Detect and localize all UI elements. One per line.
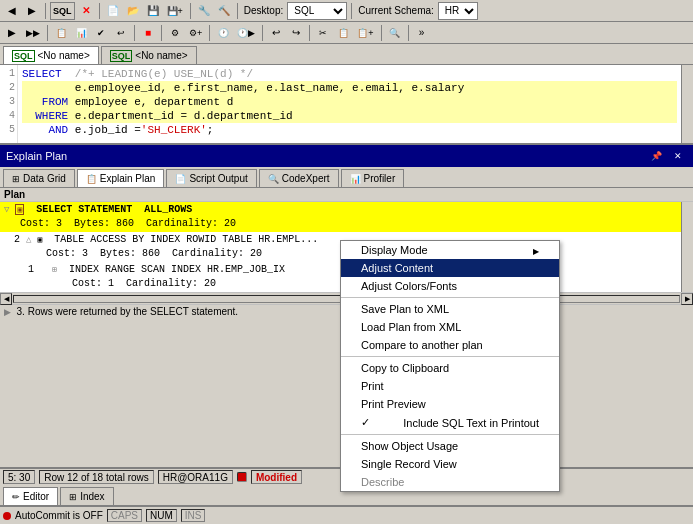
sql-tab-2[interactable]: SQL <No name> xyxy=(101,46,197,64)
explain-plan-label: Explain Plan xyxy=(100,173,156,184)
tb-paste[interactable]: 📋+ xyxy=(354,24,376,42)
context-menu: Display Mode Adjust Content Adjust Color… xyxy=(340,240,560,492)
ctx-show-object-label: Show Object Usage xyxy=(361,440,458,452)
tb-misc2[interactable]: 🔨 xyxy=(215,2,233,20)
plan-row-2-text: TABLE ACCESS BY INDEX ROWID TABLE HR.EMP… xyxy=(54,234,318,245)
ctx-copy-clipboard-label: Copy to Clipboard xyxy=(361,362,449,374)
sql-line-1: SELECT /*+ LEADING(e) USE_NL(d) */ xyxy=(22,67,677,81)
codexpert-icon: 🔍 xyxy=(268,174,279,184)
line-numbers: 1 2 3 4 5 xyxy=(0,65,18,143)
tb-format[interactable]: ⚙ xyxy=(166,24,184,42)
index-tab-icon: ⊞ xyxy=(69,492,77,502)
ctx-describe: Describe xyxy=(341,473,559,491)
tb-open[interactable]: 📂 xyxy=(124,2,142,20)
sep1 xyxy=(45,3,46,19)
desktop-combo[interactable]: SQL xyxy=(287,2,347,20)
tb-rollback[interactable]: ↩ xyxy=(112,24,130,42)
bottom-tab-index[interactable]: ⊞ Index xyxy=(60,487,113,505)
tb-cut[interactable]: ✂ xyxy=(314,24,332,42)
sql-tab-2-label: <No name> xyxy=(135,50,187,61)
tab-script-output[interactable]: 📄 Script Output xyxy=(166,169,256,187)
tb-misc1[interactable]: 🔧 xyxy=(195,2,213,20)
explain-pin-btn[interactable]: 📌 xyxy=(647,147,665,165)
ctx-adjust-colors[interactable]: Adjust Colors/Fonts xyxy=(341,277,559,295)
tb-save-all[interactable]: 💾+ xyxy=(164,2,186,20)
ctx-print[interactable]: Print xyxy=(341,377,559,395)
tb-commit[interactable]: ✔ xyxy=(92,24,110,42)
sep8 xyxy=(161,25,162,41)
ctx-show-object[interactable]: Show Object Usage xyxy=(341,437,559,455)
db-schema: HR@ORA11G xyxy=(158,470,233,484)
scroll-right-btn[interactable]: ▶ xyxy=(681,293,693,305)
ctx-load-plan[interactable]: Load Plan from XML xyxy=(341,318,559,336)
sql-content-area[interactable]: SELECT /*+ LEADING(e) USE_NL(d) */ e.emp… xyxy=(18,65,681,143)
profiler-icon: 📊 xyxy=(350,174,361,184)
expand-icon-2[interactable]: △ xyxy=(26,235,31,245)
row2-num: 2 xyxy=(14,234,20,245)
tab-explain-plan[interactable]: 📋 Explain Plan xyxy=(77,169,165,187)
schema-combo[interactable]: HR xyxy=(438,2,478,20)
autocommit-dot xyxy=(3,512,11,520)
ctx-single-record[interactable]: Single Record View xyxy=(341,455,559,473)
ctx-copy-clipboard[interactable]: Copy to Clipboard xyxy=(341,359,559,377)
toolbar-row-1: ◀ ▶ SQL ✕ 📄 📂 💾 💾+ 🔧 🔨 Desktop: SQL Curr… xyxy=(0,0,693,22)
plan-scrollbar-v[interactable] xyxy=(681,202,693,292)
tb-arrow-left[interactable]: ◀ xyxy=(3,2,21,20)
editor-tab-label: Editor xyxy=(23,491,49,502)
explain-header-buttons: 📌 ✕ xyxy=(647,147,687,165)
codexpert-label: CodeXpert xyxy=(282,173,330,184)
plan-row-3-cost: Cost: 1 Cardinality: 20 xyxy=(28,278,216,289)
sql-editor[interactable]: 1 2 3 4 5 SELECT /*+ LEADING(e) USE_NL(d… xyxy=(0,65,693,145)
ctx-print-preview[interactable]: Print Preview xyxy=(341,395,559,413)
tb-undo[interactable]: ↩ xyxy=(267,24,285,42)
tab-codexpert[interactable]: 🔍 CodeXpert xyxy=(259,169,339,187)
tb-explain[interactable]: 📋 xyxy=(52,24,70,42)
sep5 xyxy=(351,3,352,19)
ctx-include-sql[interactable]: ✓ Include SQL Text in Printout xyxy=(341,413,559,432)
plan-row-1-text: SELECT STATEMENT ALL_ROWS xyxy=(36,204,192,215)
tb-redo[interactable]: ↪ xyxy=(287,24,305,42)
plan-row-1[interactable]: ▽ ▣ SELECT STATEMENT ALL_ROWS Cost: 3 By… xyxy=(0,202,681,232)
plan-row-2-cost: Cost: 3 Bytes: 860 Cardinality: 20 xyxy=(14,248,262,259)
tab-profiler[interactable]: 📊 Profiler xyxy=(341,169,405,187)
bottom-tab-editor[interactable]: ✏ Editor xyxy=(3,487,58,505)
sql-tab-1-label: <No name> xyxy=(38,50,90,61)
tb-save[interactable]: 💾 xyxy=(144,2,162,20)
tb-sql[interactable]: SQL xyxy=(50,2,75,20)
ctx-display-mode-label: Display Mode xyxy=(361,244,428,256)
tb-arrow-right[interactable]: ▶ xyxy=(23,2,41,20)
tb-autotrace[interactable]: 📊 xyxy=(72,24,90,42)
sql-tab-1-icon: SQL xyxy=(12,50,35,62)
sql-tabs-bar: SQL <No name> SQL <No name> xyxy=(0,44,693,65)
tb-history[interactable]: 🕐 xyxy=(214,24,232,42)
ctx-check-icon: ✓ xyxy=(361,416,370,429)
tb-history2[interactable]: 🕐▶ xyxy=(234,24,258,42)
sql-tab-1[interactable]: SQL <No name> xyxy=(3,46,99,64)
tb-format2[interactable]: ⚙+ xyxy=(186,24,205,42)
tb-run[interactable]: ▶ xyxy=(3,24,21,42)
tb-new[interactable]: 📄 xyxy=(104,2,122,20)
plan-row-3-text: INDEX RANGE SCAN INDEX HR.EMP_JOB_IX xyxy=(69,264,285,275)
plan-label: Plan xyxy=(0,188,693,202)
ctx-save-plan[interactable]: Save Plan to XML xyxy=(341,300,559,318)
tb-copy[interactable]: 📋 xyxy=(334,24,352,42)
sep2 xyxy=(99,3,100,19)
explain-tabs: ⊞ Data Grid 📋 Explain Plan 📄 Script Outp… xyxy=(0,167,693,188)
tab-data-grid[interactable]: ⊞ Data Grid xyxy=(3,169,75,187)
tb-search[interactable]: 🔍 xyxy=(386,24,404,42)
tb-run-script[interactable]: ▶▶ xyxy=(23,24,43,42)
autocommit-label: AutoCommit is OFF xyxy=(15,510,103,521)
plan-row-1-cost: Cost: 3 Bytes: 860 Cardinality: 20 xyxy=(4,218,236,229)
scroll-left-btn[interactable]: ◀ xyxy=(0,293,12,305)
ctx-display-mode[interactable]: Display Mode xyxy=(341,241,559,259)
ctx-adjust-colors-label: Adjust Colors/Fonts xyxy=(361,280,457,292)
explain-close-btn[interactable]: ✕ xyxy=(669,147,687,165)
sql-editor-scrollbar[interactable] xyxy=(681,65,693,143)
ctx-compare-plan[interactable]: Compare to another plan xyxy=(341,336,559,354)
ctx-load-plan-label: Load Plan from XML xyxy=(361,321,461,333)
tb-x[interactable]: ✕ xyxy=(77,2,95,20)
ctx-adjust-content[interactable]: Adjust Content xyxy=(341,259,559,277)
tb-more[interactable]: » xyxy=(413,24,431,42)
tb-cancel[interactable]: ■ xyxy=(139,24,157,42)
desktop-label: Desktop: xyxy=(244,5,283,16)
